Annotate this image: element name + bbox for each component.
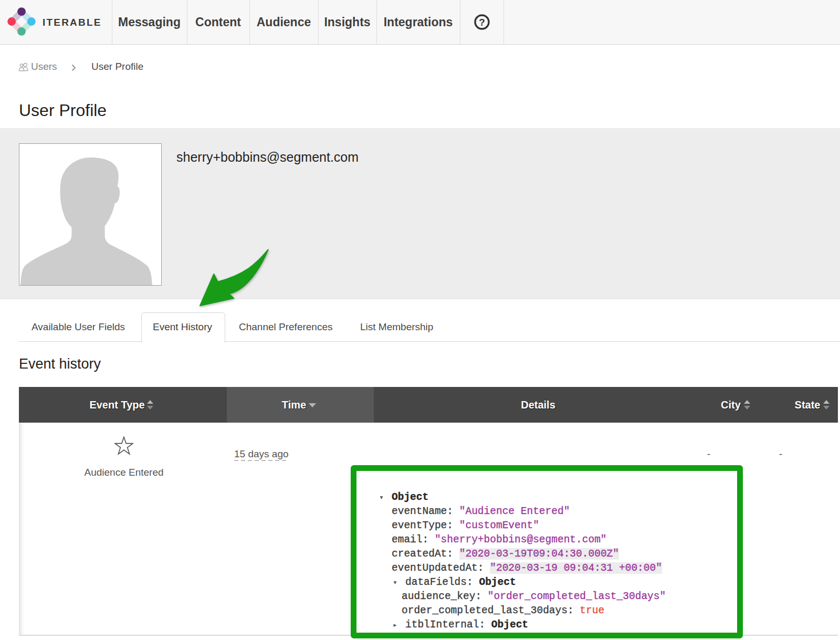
svg-text:?: ? — [479, 17, 485, 28]
